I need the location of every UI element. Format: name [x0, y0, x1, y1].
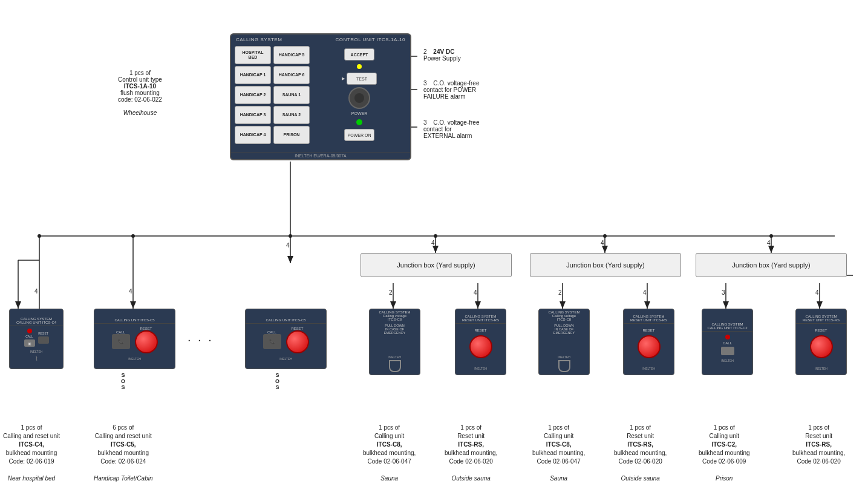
rs-1-info-code: Code 02-06-020: [445, 457, 497, 466]
accept-button[interactable]: ACCEPT: [344, 48, 374, 61]
c8-2-info-model: ITCS-C8,: [532, 441, 585, 449]
btn-handicap-3[interactable]: HANDICAP 3: [235, 106, 271, 124]
btn-handicap-6[interactable]: HANDICAP 6: [273, 66, 310, 84]
c5r-call-btn[interactable]: 📞: [263, 334, 281, 349]
c4-cord-icon: ⌇: [35, 355, 38, 362]
speaker-control: [348, 87, 370, 109]
c2-call-btn[interactable]: [721, 347, 734, 355]
rs-3-info-model: ITCS-RS,: [792, 441, 845, 449]
device-c2: CALLING SYSTEMCALLING UNIT ITCS-C2 CALL …: [702, 309, 753, 375]
c5-footer: INELTEH: [128, 356, 142, 361]
svg-marker-5: [15, 301, 21, 309]
power-led-green: [356, 119, 362, 125]
dots-separator: · · ·: [188, 333, 214, 347]
c5-reset-section: RESET: [135, 327, 158, 353]
btn-handicap-4[interactable]: HANDICAP 4: [235, 126, 271, 144]
c5r-header: CALLING UNIT ITCS-C5: [246, 317, 326, 324]
c4-footer: INELTEH: [30, 349, 44, 354]
rs-1-body: RESET: [469, 324, 492, 366]
c4-reset-btn[interactable]: [38, 336, 49, 344]
svg-point-34: [38, 234, 41, 238]
rs-2-info-loc: Outside sauna: [614, 474, 667, 483]
test-icon: ▶: [342, 76, 345, 81]
wire-num-jb2: 4: [601, 240, 604, 246]
device-c8-2: CALLING SYSTEMCalling voltageITCS-C8 PUL…: [538, 309, 590, 375]
c5-body: CALL 📞 RESET: [109, 324, 161, 356]
c4-info-name: Calling and reset unit: [3, 432, 60, 441]
btn-prison[interactable]: PRISON: [273, 126, 310, 144]
cu-info-location: Wheelhouse: [118, 110, 162, 116]
ann2-num: 3: [423, 80, 427, 87]
control-unit-panel: CALLING SYSTEM CONTROL UNIT ITCS-1A-10 H…: [230, 33, 411, 160]
svg-marker-29: [817, 301, 823, 309]
c4-body: CALL ▣ RESET: [22, 326, 51, 349]
rs-2-reset-btn[interactable]: [638, 335, 661, 358]
device-c8-1: CALLING SYSTEMCalling voltageITCS-C8 PUL…: [369, 309, 420, 375]
btn-sauna-1[interactable]: SAUNA 1: [273, 86, 310, 104]
rs-3-info: 1 pcs of Reset unit ITCS-RS, bulkhead mo…: [792, 424, 845, 466]
rs-2-footer: INELTEH: [642, 366, 656, 371]
btn-handicap-2[interactable]: HANDICAP 2: [235, 86, 271, 104]
rs-2-reset-label: RESET: [638, 329, 661, 332]
c5-reset-btn[interactable]: [135, 330, 158, 353]
c2-footer: INELTEH: [720, 358, 734, 363]
c8-2-pull-text: PULL DOWNIN CASE OFEMERGENCY: [552, 323, 576, 336]
wire-num-jb1: 4: [431, 240, 435, 246]
c8-2-info: 1 pcs of Calling unit ITCS-C8, bulkhead …: [532, 424, 585, 483]
c5r-reset-label: RESET: [291, 327, 303, 330]
btn-hospital-bed[interactable]: HOSPITALBED: [235, 46, 271, 64]
svg-point-39: [769, 234, 773, 238]
cu-info: 1 pcs of Control unit type ITCS-1A-10 fl…: [118, 70, 162, 116]
c8-2-info-pcs: 1 pcs of: [532, 424, 585, 432]
c5-sos: SOS: [121, 372, 126, 390]
wire-num-jb3-rs: 4: [815, 289, 819, 296]
device-rs-1: CALLING SYSTEMRESET UNIT ITCS-RS RESET I…: [455, 309, 506, 375]
control-unit-header: CALLING SYSTEM CONTROL UNIT ITCS-1A-10: [231, 34, 410, 44]
c8-1-cord-hook: [389, 360, 401, 372]
c2-info-code: Code 02-06-009: [699, 457, 750, 466]
rs-3-info-name: Reset unit: [792, 432, 845, 441]
c4-info-pcs: 1 pcs of: [3, 424, 60, 432]
c8-1-info-name: Calling unit: [363, 432, 416, 441]
cu-info-code: code: 02-06-022: [118, 96, 162, 103]
power-on-button[interactable]: POWER ON: [344, 129, 374, 141]
svg-marker-18: [602, 246, 608, 253]
rs-2-info-mount: bulkhead mounting,: [614, 449, 667, 457]
c8-2-info-code: Code 02-06-047: [532, 457, 585, 466]
rs-1-info-name: Reset unit: [445, 432, 497, 441]
c5-call-btn[interactable]: 📞: [112, 334, 130, 349]
cu-info-mount: flush mounting: [118, 90, 162, 96]
rs-2-info-pcs: 1 pcs of: [614, 424, 667, 432]
rs-3-footer: INELTEH: [814, 366, 828, 371]
svg-point-37: [434, 234, 437, 238]
device-c4: CALLING SYSTEMCALLING UNIT ITCS-C4 CALL …: [9, 309, 64, 369]
ann1-num: 2: [423, 48, 427, 55]
rs-1-info-model: ITCS-RS,: [445, 441, 497, 449]
c2-info-mount: bulkhead mounting: [699, 449, 750, 457]
c2-indicator: [725, 335, 730, 339]
annotation-24v: 2 24V DCPower Supply: [423, 48, 461, 62]
btn-sauna-2[interactable]: SAUNA 2: [273, 106, 310, 124]
btn-handicap-1[interactable]: HANDICAP 1: [235, 66, 271, 84]
c2-info-model: ITCS-C2,: [699, 441, 750, 449]
rs-1-info: 1 pcs of Reset unit ITCS-RS, bulkhead mo…: [445, 424, 497, 483]
rs-1-reset-btn[interactable]: [469, 335, 492, 358]
btn-handicap-5[interactable]: HANDICAP 5: [273, 46, 310, 64]
control-unit-body: HOSPITALBED HANDICAP 1 HANDICAP 2 HANDIC…: [231, 44, 410, 152]
c8-2-footer: INELTEH: [556, 354, 572, 360]
device-rs-2: CALLING SYSTEMRESET UNIT ITCS-RS RESET I…: [623, 309, 674, 375]
c8-1-info-code: Code 02-06-047: [363, 457, 416, 466]
rs-2-body: RESET: [638, 324, 661, 366]
diagram-container: CALLING SYSTEM CONTROL UNIT ITCS-1A-10 H…: [0, 0, 868, 498]
c4-call-btn[interactable]: ▣: [24, 339, 35, 347]
c5r-reset-btn[interactable]: [286, 330, 309, 353]
c8-2-info-name: Calling unit: [532, 432, 585, 441]
c5r-sos: SOS: [275, 372, 281, 390]
test-button[interactable]: TEST: [347, 73, 377, 85]
c4-info-model: ITCS-C4,: [3, 441, 60, 449]
c4-call-section: CALL ▣: [24, 329, 35, 347]
svg-point-35: [131, 234, 135, 238]
rs-3-reset-btn[interactable]: [810, 335, 833, 358]
junction-box-1: Junction box (Yard supply): [361, 253, 512, 277]
control-unit-footer: INELTEH EU/ERA-09/007A: [231, 152, 410, 159]
